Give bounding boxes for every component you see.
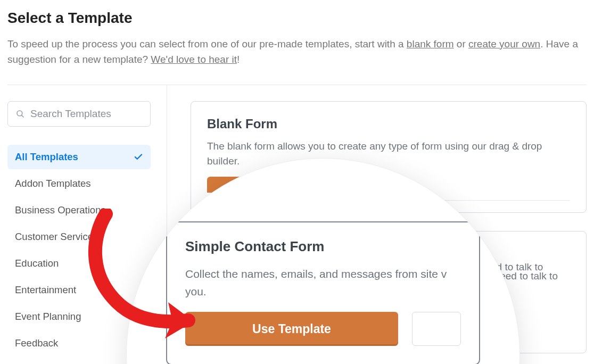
zoom-card-desc: Collect the names, emails, and messages … — [185, 266, 461, 300]
zoom-card-title: Simple Contact Form — [185, 238, 461, 255]
card-title: Blank Form — [207, 117, 570, 131]
blank-form-link[interactable]: blank form — [407, 38, 454, 49]
search-input[interactable] — [30, 108, 143, 120]
category-customer-service[interactable]: Customer Service — [7, 225, 151, 249]
category-addon-templates[interactable]: Addon Templates — [7, 171, 151, 196]
category-label: All Templates — [15, 151, 78, 163]
card-desc: The blank form allows you to create any … — [207, 139, 570, 169]
suggestion-link[interactable]: We'd love to hear it — [151, 54, 237, 65]
search-icon — [15, 109, 25, 119]
category-entertainment[interactable]: Entertainment — [7, 278, 151, 302]
secondary-button[interactable] — [412, 312, 461, 346]
svg-line-1 — [21, 115, 23, 117]
category-label: Education — [15, 258, 59, 269]
category-label: Feedback — [15, 337, 58, 349]
category-label: Addon Templates — [15, 178, 91, 189]
use-template-button[interactable]: Use Template — [185, 312, 398, 346]
page-title: Select a Template — [7, 10, 587, 27]
category-business-operations[interactable]: Business Operations — [7, 198, 151, 222]
intro-text: To speed up the process you can select f… — [7, 36, 587, 68]
zoom-card-simple-contact: Simple Contact Form Collect the names, e… — [166, 221, 480, 364]
category-education[interactable]: Education — [7, 251, 151, 276]
category-label: Business Operations — [15, 204, 106, 216]
category-label: Event Planning — [15, 311, 81, 322]
check-icon — [134, 152, 143, 162]
search-box[interactable] — [7, 101, 151, 127]
category-label: Entertainment — [15, 284, 76, 296]
category-label: Customer Service — [15, 231, 93, 243]
create-your-own-link[interactable]: create your own — [468, 38, 540, 49]
category-all-templates[interactable]: All Templates — [7, 145, 151, 169]
